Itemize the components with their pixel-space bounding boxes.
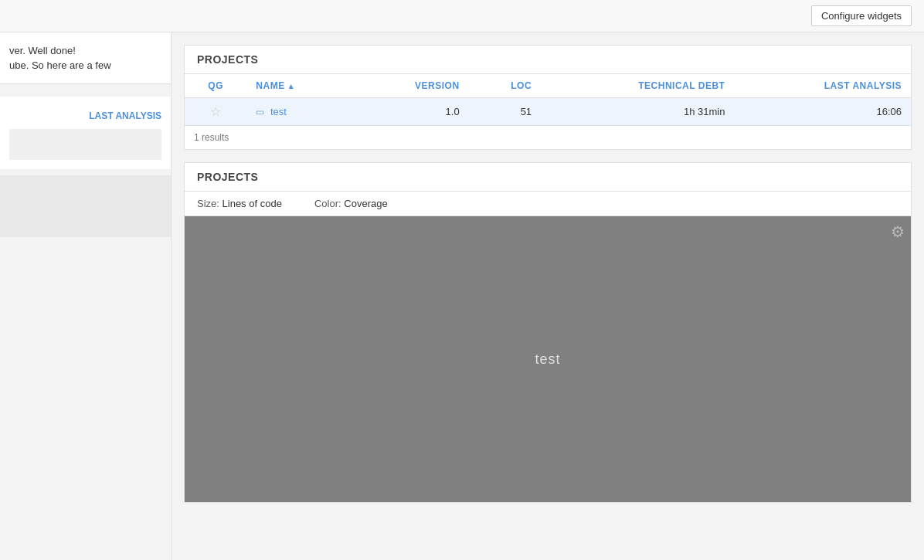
- size-value: Lines of code: [223, 198, 282, 209]
- color-value: Coverage: [344, 198, 387, 209]
- treemap-area: ⚙ test: [185, 216, 911, 502]
- treemap-label: test: [535, 351, 560, 368]
- configure-widgets-button[interactable]: Configure widgets: [811, 5, 912, 26]
- size-label: Size:: [197, 198, 219, 209]
- cell-technical-debt: 1h 31min: [541, 98, 734, 126]
- cell-version: 1.0: [353, 98, 469, 126]
- left-bottom-section: [0, 175, 171, 237]
- left-last-analysis-label[interactable]: LAST ANALYSIS: [89, 110, 161, 121]
- cell-name: ▭ test: [246, 98, 352, 126]
- top-bar: Configure widgets: [0, 0, 924, 32]
- project-folder-icon: ▭: [256, 107, 264, 117]
- results-count: 1 results: [185, 125, 911, 149]
- cell-last-analysis: 16:06: [734, 98, 911, 126]
- col-header-last-analysis[interactable]: LAST ANALYSIS: [734, 74, 911, 98]
- projects-table-1: QG NAME ▲ VERSION LOC: [185, 74, 911, 125]
- col-header-qg[interactable]: QG: [185, 74, 246, 98]
- projects-widget-2-header: PROJECTS: [185, 163, 911, 192]
- projects-widget-1: PROJECTS QG NAME ▲ VERSION: [184, 45, 912, 150]
- projects-widget-2: PROJECTS Size: Lines of code Color: Cove…: [184, 162, 912, 503]
- projects-widget-1-header: PROJECTS: [185, 46, 911, 74]
- col-header-loc[interactable]: LOC: [469, 74, 541, 98]
- col-header-version[interactable]: VERSION: [353, 74, 469, 98]
- main-content: PROJECTS QG NAME ▲ VERSION: [172, 32, 924, 560]
- color-label: Color:: [314, 198, 341, 209]
- col-header-name[interactable]: NAME ▲: [246, 74, 352, 98]
- cell-loc: 51: [469, 98, 541, 126]
- project-link[interactable]: test: [270, 106, 287, 117]
- left-table-section: LAST ANALYSIS: [0, 97, 171, 169]
- sort-arrow-name: ▲: [287, 82, 295, 90]
- cell-star[interactable]: ☆: [185, 98, 246, 126]
- star-icon[interactable]: ☆: [210, 105, 221, 118]
- left-panel: ver. Well done! ube. So here are a few L…: [0, 32, 172, 560]
- treemap-settings-icon[interactable]: ⚙: [891, 222, 905, 241]
- table-row: ☆ ▭ test 1.0 51 1h 31min: [185, 98, 911, 126]
- left-text-line2: ube. So here are a few: [9, 59, 161, 71]
- left-text-line1: ver. Well done!: [9, 45, 161, 56]
- col-header-technical-debt[interactable]: TECHNICAL DEBT: [541, 74, 734, 98]
- left-text-block: ver. Well done! ube. So here are a few: [0, 32, 171, 84]
- separator: [294, 198, 303, 209]
- size-color-bar: Size: Lines of code Color: Coverage: [185, 192, 911, 216]
